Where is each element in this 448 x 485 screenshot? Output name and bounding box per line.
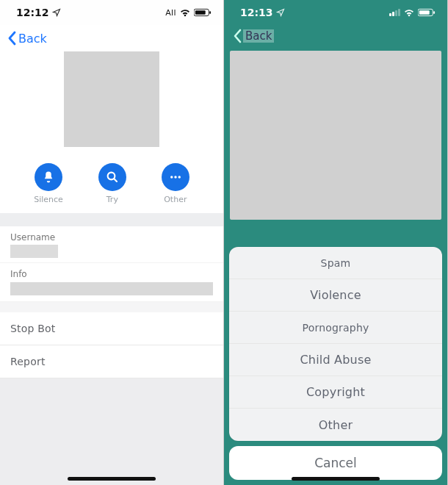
nav-bar: Back [0,25,223,51]
chevron-left-icon [233,29,243,43]
search-icon [106,170,119,184]
info-field[interactable]: Info [0,263,223,302]
sheet-item-violence[interactable]: Violence [229,279,442,312]
wifi-icon [403,8,415,17]
wifi-icon [179,8,191,17]
status-bar: 12:12 All [0,0,223,25]
section-divider [0,302,223,312]
status-time: 12:12 [16,7,49,18]
svg-point-5 [174,176,176,178]
action-silence[interactable]: Silence [34,163,63,204]
svg-point-4 [170,176,173,178]
location-arrow-icon [276,8,285,17]
bell-icon [42,170,55,184]
signal-icon [389,9,400,16]
nav-bar: Back [224,25,447,47]
profile-actions: Silence Try Other [34,163,189,204]
username-field[interactable]: Username [0,226,223,263]
chevron-left-icon [7,31,18,46]
home-indicator[interactable] [292,477,380,481]
more-icon [169,170,182,184]
svg-rect-1 [195,10,206,15]
svg-rect-8 [419,10,430,15]
phone-right: 12:13 Back Spam Violence Pornography Chi… [224,0,448,485]
svg-rect-9 [433,11,435,14]
location-arrow-icon [52,8,61,17]
battery-icon [418,8,436,17]
sheet-item-copyright[interactable]: Copyright [229,376,442,409]
battery-icon [194,8,212,17]
action-label: Other [164,195,187,204]
info-label: Info [10,269,213,279]
username-value [10,245,58,258]
profile-hero: Silence Try Other [0,51,223,213]
carrier-label: All [165,8,176,18]
svg-point-6 [178,176,180,178]
info-value [10,282,213,295]
content-image [230,51,441,220]
back-button[interactable]: Back [233,29,274,43]
action-sheet: Spam Violence Pornography Child Abuse Co… [224,242,447,485]
status-bar: 12:13 [224,0,447,25]
sheet-options: Spam Violence Pornography Child Abuse Co… [229,247,442,441]
report-button[interactable]: Report [0,345,223,378]
empty-area [0,378,223,485]
back-label: Back [243,29,274,43]
home-indicator[interactable] [68,477,156,481]
cancel-button[interactable]: Cancel [229,446,442,480]
username-label: Username [10,232,213,242]
profile-image[interactable] [64,51,159,147]
action-label: Silence [34,195,63,204]
phone-left: 12:12 All Back Silence Try [0,0,224,485]
sheet-item-pornography[interactable]: Pornography [229,312,442,344]
svg-rect-2 [209,11,211,14]
action-search[interactable]: Try [98,163,126,204]
action-more[interactable]: Other [162,163,189,204]
stop-bot-button[interactable]: Stop Bot [0,312,223,345]
status-time: 12:13 [240,7,273,18]
back-label: Back [18,32,47,46]
back-button[interactable]: Back [7,31,47,46]
sheet-item-spam[interactable]: Spam [229,247,442,279]
action-label: Try [106,195,118,204]
section-divider [0,213,223,226]
sheet-item-other[interactable]: Other [229,409,442,441]
sheet-item-child-abuse[interactable]: Child Abuse [229,344,442,376]
